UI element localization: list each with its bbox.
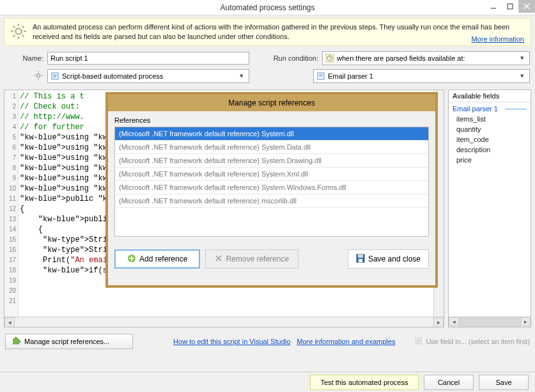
reference-item[interactable]: (Microsoft .NET framework default refere…: [115, 141, 428, 154]
banner-text: An automated process can perform differe…: [33, 22, 525, 42]
test-process-button[interactable]: Test this automated process: [310, 375, 419, 390]
save-and-close-button[interactable]: Save and close: [348, 249, 429, 269]
chevron-down-icon: ▾: [518, 72, 527, 80]
save-close-label: Save and close: [368, 255, 421, 263]
field-item[interactable]: items_list: [453, 114, 527, 124]
svg-point-17: [36, 74, 40, 77]
info-banner: An automated process can perform differe…: [4, 18, 531, 46]
svg-rect-38: [358, 255, 363, 258]
how-to-edit-link[interactable]: How to edit this script in Visual Studio: [173, 338, 290, 345]
manage-references-label: Manage script references...: [24, 338, 109, 345]
remove-reference-label: Remove reference: [226, 255, 289, 263]
reference-item[interactable]: (Microsoft .NET framework default refere…: [115, 154, 428, 168]
clock-icon: [325, 54, 334, 63]
close-button[interactable]: [518, 0, 535, 13]
name-label: Name:: [5, 54, 43, 62]
process-type-select[interactable]: Script-based automated process ▾: [47, 69, 249, 83]
more-info-link[interactable]: More information: [471, 35, 524, 43]
window-title: Automated process settings: [0, 3, 535, 12]
more-examples-link[interactable]: More information and examples: [297, 338, 395, 345]
save-button[interactable]: Save: [479, 375, 529, 390]
dialog-title: Manage script references: [108, 95, 435, 111]
parser-value: Email parser 1: [328, 72, 518, 80]
minimize-button[interactable]: [485, 0, 502, 13]
use-field-label: Use field in... (select an item first): [426, 338, 530, 345]
run-condition-value: when there are parsed fields available a…: [337, 54, 518, 62]
reference-item[interactable]: (Microsoft .NET framework default refere…: [115, 168, 428, 181]
horizontal-scrollbar[interactable]: ◂ ▸: [4, 317, 444, 327]
x-icon: [215, 255, 222, 264]
add-reference-label: Add reference: [139, 255, 187, 263]
scroll-left-button[interactable]: ◂: [4, 317, 15, 327]
svg-line-11: [13, 35, 15, 36]
field-group-label: Email parser 1: [453, 105, 527, 113]
gear-icon: [33, 70, 43, 81]
field-item[interactable]: description: [453, 145, 527, 155]
gear-icon: [10, 22, 27, 40]
reference-item[interactable]: (Microsoft .NET framework default refere…: [115, 181, 428, 194]
puzzle-icon: [12, 336, 21, 347]
svg-rect-1: [508, 4, 513, 9]
remove-reference-button[interactable]: Remove reference: [205, 249, 299, 269]
plus-icon: [127, 254, 136, 265]
references-label: References: [114, 116, 429, 124]
manage-references-dialog: Manage script references References (Mic…: [105, 92, 438, 288]
svg-line-9: [13, 26, 15, 27]
svg-point-4: [15, 28, 21, 34]
chevron-down-icon: ▾: [237, 72, 246, 80]
svg-line-12: [22, 26, 24, 27]
scroll-left-button[interactable]: ◂: [449, 317, 459, 326]
scroll-right-button[interactable]: ▸: [520, 317, 531, 326]
maximize-button[interactable]: [502, 0, 518, 13]
references-list[interactable]: (Microsoft .NET framework default refere…: [114, 127, 429, 237]
parser-select[interactable]: Email parser 1 ▾: [313, 69, 530, 83]
script-icon: [50, 72, 59, 81]
document-icon: [316, 72, 325, 81]
reference-item[interactable]: (Microsoft .NET framework default refere…: [115, 194, 428, 208]
available-fields-panel: Available fields Email parser 1 items_li…: [448, 90, 531, 327]
manage-references-button[interactable]: Manage script references...: [5, 334, 133, 349]
chevron-down-icon: ▾: [518, 54, 527, 62]
reference-item[interactable]: (Microsoft .NET framework default refere…: [115, 127, 428, 141]
cancel-button[interactable]: Cancel: [424, 375, 474, 390]
gear-small-wrap: [5, 70, 43, 82]
process-type-value: Script-based automated process: [62, 72, 237, 80]
footer: Test this automated process Cancel Save: [0, 372, 535, 392]
add-reference-button[interactable]: Add reference: [114, 249, 200, 269]
line-gutter: 123456789101112131415161718192021: [4, 90, 19, 327]
available-fields-title: Available fields: [449, 90, 531, 102]
field-item[interactable]: item_code: [453, 134, 527, 145]
field-item[interactable]: price: [453, 155, 527, 165]
run-condition-select[interactable]: when there are parsed fields available a…: [322, 51, 530, 65]
scroll-right-button[interactable]: ▸: [433, 317, 444, 327]
run-condition-label: Run condition:: [266, 54, 318, 62]
svg-rect-39: [359, 259, 362, 262]
svg-line-10: [22, 35, 24, 36]
use-field-button: Use field in... (select an item first): [414, 336, 530, 347]
fields-horizontal-scrollbar[interactable]: ◂ ▸: [449, 317, 531, 327]
title-bar: Automated process settings: [0, 0, 535, 15]
field-item[interactable]: quantity: [453, 124, 527, 134]
insert-icon: [414, 336, 423, 347]
disk-icon: [356, 254, 365, 265]
name-input[interactable]: [47, 52, 249, 65]
